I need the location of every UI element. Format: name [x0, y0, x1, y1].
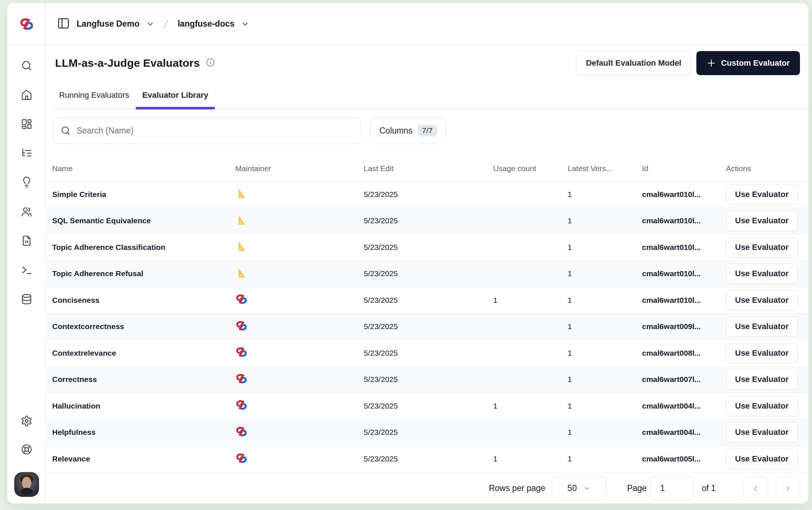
use-evaluator-button[interactable]: Use Evaluator [726, 316, 798, 337]
search-icon[interactable] [21, 60, 32, 72]
last-edit: 5/23/2025 [364, 455, 493, 463]
terminal-icon[interactable] [21, 264, 32, 276]
latest-version: 1 [568, 243, 642, 252]
default-evaluation-model-button[interactable]: Default Evaluation Model [576, 51, 691, 75]
evaluator-name: Helpfulness [52, 428, 235, 437]
evaluator-name: Contextcorrectness [52, 322, 235, 331]
use-evaluator-button[interactable]: Use Evaluator [726, 343, 798, 363]
table-row[interactable]: SQL Semantic Equivalence5/23/20251cmal6w… [46, 208, 808, 235]
last-edit: 5/23/2025 [364, 402, 493, 410]
previous-page-button[interactable] [743, 477, 767, 500]
page-header: LLM-as-a-Judge Evaluators Default Evalua… [55, 51, 800, 75]
use-evaluator-button[interactable]: Use Evaluator [726, 369, 798, 390]
plus-icon [707, 58, 716, 68]
table-row[interactable]: Correctness5/23/20251cmal6wart007l...Use… [46, 367, 808, 393]
tracing-icon[interactable] [21, 147, 32, 159]
columns-button[interactable]: Columns 7/7 [370, 117, 446, 144]
latest-version: 1 [568, 190, 642, 199]
use-evaluator-button[interactable]: Use Evaluator [726, 210, 798, 231]
maintainer-langfuse-icon [235, 372, 364, 387]
use-evaluator-button[interactable]: Use Evaluator [726, 237, 798, 258]
actions-cell: Use Evaluator [726, 396, 808, 416]
evaluator-name: Correctness [52, 375, 235, 384]
use-evaluator-button[interactable]: Use Evaluator [726, 449, 798, 469]
evaluator-id: cmal6wart010l... [642, 243, 726, 252]
last-edit: 5/23/2025 [364, 296, 493, 305]
evaluator-id: cmal6wart007l... [642, 375, 726, 384]
table-row[interactable]: Topic Adherence Refusal5/23/20251cmal6wa… [46, 261, 808, 287]
maintainer-ragas-icon [235, 187, 364, 201]
table-row[interactable]: Topic Adherence Classification5/23/20251… [46, 234, 808, 261]
sidebar [7, 3, 46, 503]
rows-per-page-value: 50 [568, 483, 577, 493]
home-icon[interactable] [21, 89, 32, 101]
table-row[interactable]: Relevance5/23/202511cmal6wart005l...Use … [46, 446, 808, 472]
tab-running-evaluators[interactable]: Running Evaluators [53, 88, 136, 109]
page-title: LLM-as-a-Judge Evaluators [55, 57, 200, 69]
evaluator-id: cmal6wart009l... [642, 322, 726, 331]
column-header: Usage count [493, 164, 568, 173]
lightbulb-icon[interactable] [21, 177, 32, 188]
table-row[interactable]: Conciseness5/23/202511cmal6wart010l...Us… [46, 287, 808, 314]
table-row[interactable]: Hallucination5/23/202511cmal6wart004l...… [46, 393, 808, 420]
custom-evaluator-button[interactable]: Custom Evaluator [696, 51, 800, 75]
user-avatar[interactable] [14, 472, 39, 497]
column-header: Last Edit [364, 164, 493, 173]
users-icon[interactable] [21, 206, 32, 217]
chevron-down-icon[interactable] [146, 20, 154, 28]
toolbar: Columns 7/7 [53, 117, 800, 144]
last-edit: 5/23/2025 [364, 322, 493, 331]
search-box [53, 117, 361, 144]
evaluator-id: cmal6wart010l... [642, 190, 726, 199]
rows-per-page-label: Rows per page [489, 483, 545, 493]
use-evaluator-button[interactable]: Use Evaluator [726, 290, 798, 310]
page-label: Page [627, 483, 647, 493]
support-icon[interactable] [21, 444, 32, 455]
evaluator-name: Relevance [52, 455, 235, 463]
use-evaluator-button[interactable]: Use Evaluator [726, 396, 798, 416]
maintainer-langfuse-icon [235, 452, 364, 466]
maintainer-ragas-icon [235, 240, 364, 254]
use-evaluator-button[interactable]: Use Evaluator [726, 263, 798, 284]
column-header: Actions [726, 164, 808, 173]
search-input[interactable] [77, 126, 353, 136]
sidebar-toggle-icon[interactable] [57, 17, 70, 31]
page-number-input[interactable] [650, 477, 694, 500]
evaluator-name: Topic Adherence Refusal [52, 269, 235, 278]
evaluator-id: cmal6wart004l... [642, 402, 726, 410]
breadcrumb-org[interactable]: Langfuse Demo [77, 19, 140, 29]
table-row[interactable]: Contextrelevance5/23/20251cmal6wart008l.… [46, 340, 808, 367]
breadcrumb-separator: / [163, 18, 169, 30]
settings-icon[interactable] [21, 415, 32, 427]
evaluator-id: cmal6wart005l... [642, 455, 726, 463]
breadcrumb-project[interactable]: langfuse-docs [178, 19, 235, 29]
actions-cell: Use Evaluator [726, 369, 808, 390]
database-icon[interactable] [21, 293, 32, 305]
rows-per-page-select[interactable]: 50 [552, 477, 607, 500]
dashboard-icon[interactable] [21, 118, 32, 130]
evaluator-id: cmal6wart010l... [642, 216, 726, 225]
langfuse-logo[interactable] [7, 3, 46, 45]
tab-evaluator-library[interactable]: Evaluator Library [136, 88, 215, 109]
file-code-icon[interactable] [21, 235, 32, 247]
table-row[interactable]: Simple Criteria5/23/20251cmal6wart010l..… [46, 181, 808, 208]
next-page-button[interactable] [776, 477, 800, 500]
table-row[interactable]: Helpfulness5/23/20251cmal6wart004l...Use… [46, 420, 808, 446]
actions-cell: Use Evaluator [726, 316, 808, 337]
last-edit: 5/23/2025 [364, 269, 493, 278]
table-row[interactable]: Contextcorrectness5/23/20251cmal6wart009… [46, 314, 808, 340]
use-evaluator-button[interactable]: Use Evaluator [726, 184, 798, 205]
latest-version: 1 [568, 455, 642, 463]
use-evaluator-button[interactable]: Use Evaluator [726, 422, 798, 443]
actions-cell: Use Evaluator [726, 449, 808, 469]
column-header: Maintainer [235, 164, 364, 173]
latest-version: 1 [568, 349, 642, 358]
evaluator-id: cmal6wart004l... [642, 428, 726, 437]
usage-count: 1 [493, 402, 568, 410]
chevron-right-icon [784, 484, 792, 493]
maintainer-langfuse-icon [235, 293, 364, 307]
info-icon[interactable] [206, 58, 215, 69]
latest-version: 1 [568, 375, 642, 384]
latest-version: 1 [568, 402, 642, 410]
chevron-down-icon[interactable] [241, 20, 249, 28]
